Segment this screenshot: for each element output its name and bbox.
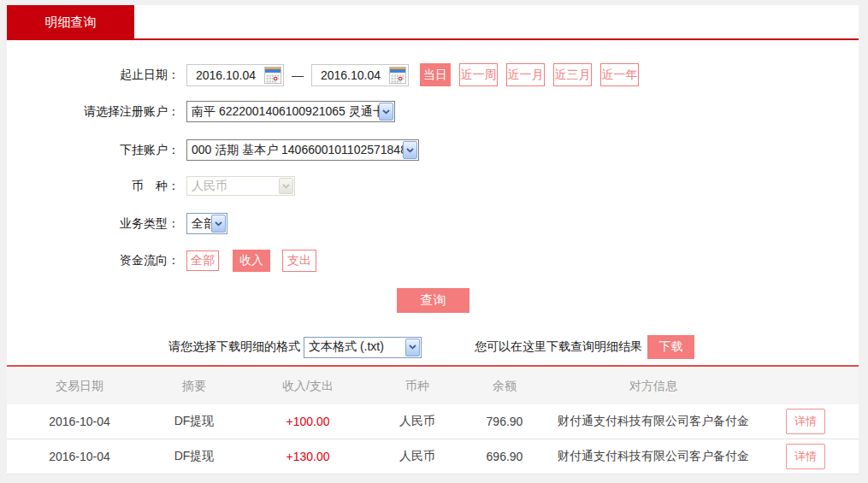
quick-button-last-week[interactable]: 近一周 <box>459 63 498 86</box>
table-row: 2016-10-04 DF提现 +130.00 人民币 696.90 财付通支付… <box>7 439 859 474</box>
detail-button[interactable]: 详情 <box>786 409 825 434</box>
fund-flow-all-button[interactable]: 全部 <box>186 250 219 271</box>
tab-bar: 明细查询 <box>7 5 859 40</box>
chevron-down-icon[interactable] <box>379 103 393 121</box>
cell-amount: +130.00 <box>236 450 380 463</box>
calendar-icon[interactable] <box>389 67 406 84</box>
sub-account-value: 000 活期 基本户 1406600101102571848 <box>192 143 407 158</box>
content-panel: 明细查询 起止日期： 2016.10.04 — <box>7 5 859 474</box>
header-balance: 余额 <box>455 379 554 394</box>
header-summary: 摘要 <box>152 379 236 394</box>
query-button[interactable]: 查询 <box>397 288 469 313</box>
download-row: 请您选择下载明细的格式 文本格式 (.txt) 您可以在这里下载查询明细结果 下… <box>7 335 859 359</box>
currency-label: 币 种： <box>7 179 180 194</box>
register-account-row: 请选择注册账户： 南平 6222001406100921065 灵通卡 <box>7 101 859 122</box>
end-date-input[interactable]: 2016.10.04 <box>311 64 409 86</box>
start-date-value[interactable]: 2016.10.04 <box>187 68 264 82</box>
cell-trade-date: 2016-10-04 <box>7 415 152 428</box>
business-type-label: 业务类型： <box>7 216 180 232</box>
table-header-row: 交易日期 摘要 收入/支出 币种 余额 对方信息 <box>7 368 859 404</box>
header-counterparty: 对方信息 <box>554 379 753 394</box>
end-date-value[interactable]: 2016.10.04 <box>312 68 389 82</box>
fund-flow-income-button[interactable]: 收入 <box>233 250 270 272</box>
cell-summary: DF提现 <box>152 414 236 429</box>
cell-amount: +100.00 <box>236 415 380 428</box>
calendar-icon[interactable] <box>264 67 281 84</box>
cell-balance: 796.90 <box>455 415 554 428</box>
quick-button-last-month[interactable]: 近一月 <box>506 63 545 86</box>
cell-counterparty: 财付通支付科技有限公司客户备付金 <box>554 449 753 464</box>
table-row: 2016-10-04 DF提现 +100.00 人民币 796.90 财付通支付… <box>7 404 859 439</box>
download-format-select[interactable]: 文本格式 (.txt) <box>304 337 422 358</box>
date-range-label: 起止日期： <box>7 68 180 83</box>
business-type-select[interactable]: 全部 <box>186 213 227 234</box>
header-currency: 币种 <box>380 379 455 394</box>
download-format-value: 文本格式 (.txt) <box>309 339 384 355</box>
date-range-row: 起止日期： 2016.10.04 — 2016.10.04 <box>7 63 859 86</box>
sub-account-label: 下挂账户： <box>7 143 180 158</box>
header-trade-date: 交易日期 <box>7 379 152 394</box>
header-income-expense: 收入/支出 <box>236 379 380 394</box>
table-top-divider <box>7 365 859 367</box>
quick-button-last-quarter[interactable]: 近三月 <box>553 63 592 86</box>
sub-account-row: 下挂账户： 000 活期 基本户 1406600101102571848 <box>7 139 859 161</box>
register-account-value: 南平 6222001406100921065 灵通卡 <box>192 104 385 120</box>
cell-counterparty: 财付通支付科技有限公司客户备付金 <box>554 414 753 429</box>
fund-flow-row: 资金流向： 全部 收入 支出 <box>7 250 859 272</box>
cell-summary: DF提现 <box>152 449 236 464</box>
register-account-label: 请选择注册账户： <box>7 104 180 120</box>
download-format-label: 请您选择下载明细的格式 <box>168 339 300 355</box>
results-table: 交易日期 摘要 收入/支出 币种 余额 对方信息 2016-10-04 DF提现… <box>7 368 859 474</box>
chevron-down-icon <box>279 178 293 194</box>
start-date-input[interactable]: 2016.10.04 <box>186 64 284 86</box>
detail-button[interactable]: 详情 <box>786 444 825 469</box>
quick-button-last-year[interactable]: 近一年 <box>600 63 639 86</box>
date-separator: — <box>292 68 304 82</box>
sub-account-select[interactable]: 000 活期 基本户 1406600101102571848 <box>186 139 419 161</box>
chevron-down-icon[interactable] <box>405 339 420 356</box>
cell-trade-date: 2016-10-04 <box>7 450 152 463</box>
cell-currency: 人民币 <box>380 414 455 429</box>
chevron-down-icon[interactable] <box>211 215 226 233</box>
cell-currency: 人民币 <box>380 449 455 464</box>
download-hint: 您可以在这里下载查询明细结果 <box>475 339 642 355</box>
tab-detail-query[interactable]: 明细查询 <box>7 5 134 40</box>
fund-flow-expense-button[interactable]: 支出 <box>282 250 316 272</box>
business-type-row: 业务类型： 全部 <box>7 213 859 234</box>
cell-balance: 696.90 <box>455 450 554 463</box>
currency-select: 人民币 <box>186 176 295 196</box>
currency-value: 人民币 <box>192 179 227 194</box>
quick-button-today[interactable]: 当日 <box>420 63 451 86</box>
chevron-down-icon[interactable] <box>403 141 417 159</box>
register-account-select[interactable]: 南平 6222001406100921065 灵通卡 <box>186 101 395 122</box>
fund-flow-label: 资金流向： <box>7 253 180 268</box>
currency-row: 币 种： 人民币 <box>7 176 859 196</box>
download-button[interactable]: 下载 <box>647 335 694 359</box>
